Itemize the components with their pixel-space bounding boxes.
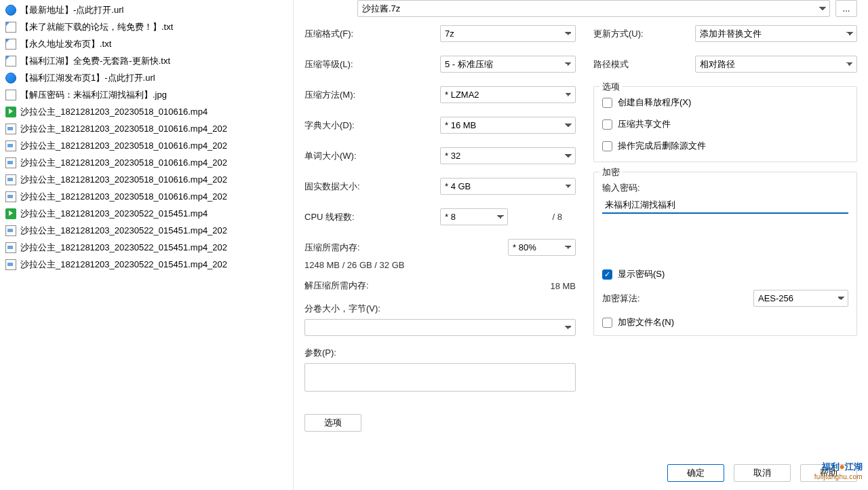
- delete-checkbox[interactable]: 操作完成后删除源文件: [602, 140, 848, 152]
- sfx-label: 创建自释放程序(X): [618, 96, 691, 109]
- dict-combo[interactable]: * 16 MB: [440, 117, 576, 134]
- method-label: 压缩方法(M):: [304, 89, 440, 101]
- left-column: 压缩格式(F):7z 压缩等级(L):5 - 标准压缩 压缩方法(M):* LZ…: [304, 25, 576, 432]
- part-icon: [5, 225, 16, 236]
- sfx-checkbox[interactable]: 创建自释放程序(X): [602, 96, 848, 109]
- file-name: 【福利江湖发布页1】-点此打开.url: [20, 72, 155, 84]
- file-name: 沙拉公主_1821281203_20230518_010616.mp4_202: [20, 174, 227, 186]
- decompmem-value: 18 MB: [376, 281, 576, 291]
- level-label: 压缩等级(L):: [304, 58, 440, 71]
- url-icon: [5, 73, 16, 83]
- format-combo[interactable]: 7z: [440, 25, 576, 42]
- file-item[interactable]: 【解压密码：来福利江湖找福利】.jpg: [0, 86, 293, 103]
- compmem-value: 1248 MB / 26 GB / 32 GB: [304, 260, 576, 270]
- file-list-pane: 【最新地址】-点此打开.url【来了就能下载的论坛，纯免费！】.txt【永久地址…: [0, 0, 293, 490]
- file-item[interactable]: 沙拉公主_1821281203_20230518_010616.mp4_202: [0, 171, 293, 188]
- file-name: 沙拉公主_1821281203_20230518_010616.mp4_202: [20, 123, 227, 135]
- part-icon: [5, 191, 16, 202]
- file-name: 沙拉公主_1821281203_20230518_010616.mp4_202: [20, 191, 227, 203]
- part-icon: [5, 242, 16, 253]
- compmem-pct-combo[interactable]: * 80%: [508, 239, 576, 256]
- file-item[interactable]: 沙拉公主_1821281203_20230518_010616.mp4_202: [0, 154, 293, 171]
- level-combo[interactable]: 5 - 标准压缩: [440, 56, 576, 73]
- file-item[interactable]: 沙拉公主_1821281203_20230518_010616.mp4_202: [0, 188, 293, 205]
- split-combo[interactable]: [304, 319, 576, 336]
- file-name: 【来了就能下载的论坛，纯免费！】.txt: [20, 21, 173, 33]
- file-item[interactable]: 沙拉公主_1821281203_20230522_015451.mp4_202: [0, 239, 293, 256]
- encrypt-group: 加密 输入密码: 显示密码(S) 加密算法:AES-256 加密文件名(N): [593, 172, 857, 336]
- file-item[interactable]: 沙拉公主_1821281203_20230518_010616.mp4_202: [0, 120, 293, 137]
- part-icon: [5, 259, 16, 270]
- options-button[interactable]: 选项: [304, 414, 361, 432]
- mp4-icon: [5, 107, 16, 117]
- split-label: 分卷大小，字节(V):: [304, 303, 387, 314]
- file-item[interactable]: 沙拉公主_1821281203_20230522_015451.mp4_202: [0, 256, 293, 273]
- file-item[interactable]: 沙拉公主_1821281203_20230522_015451.mp4_202: [0, 222, 293, 239]
- encrypt-title: 加密: [599, 166, 623, 178]
- file-item[interactable]: 沙拉公主_1821281203_20230522_015451.mp4: [0, 205, 293, 222]
- cpu-label: CPU 线程数:: [304, 211, 440, 223]
- right-column: 更新方式(U):添加并替换文件 路径模式相对路径 选项 创建自释放程序(X) 压…: [593, 25, 857, 432]
- solid-combo[interactable]: * 4 GB: [440, 178, 576, 195]
- mp4-icon: [5, 208, 16, 219]
- file-name: 沙拉公主_1821281203_20230522_015451.mp4: [20, 208, 208, 220]
- file-name: 沙拉公主_1821281203_20230518_010616.mp4_202: [20, 157, 227, 169]
- dialog-buttons: 确定 取消 帮助: [304, 456, 857, 482]
- compress-dialog: 沙拉酱.7z ... 压缩格式(F):7z 压缩等级(L):5 - 标准压缩 压…: [293, 0, 868, 490]
- update-combo[interactable]: 添加并替换文件: [695, 25, 857, 42]
- file-name: 【最新地址】-点此打开.url: [20, 4, 123, 16]
- help-button[interactable]: 帮助: [800, 464, 857, 482]
- encnames-label: 加密文件名(N): [618, 316, 674, 328]
- file-name: 沙拉公主_1821281203_20230522_015451.mp4_202: [20, 225, 227, 237]
- password-input[interactable]: [602, 197, 848, 214]
- decompmem-label: 解压缩所需内存:: [304, 280, 376, 292]
- showpwd-label: 显示密码(S): [618, 268, 665, 280]
- url-icon: [5, 5, 16, 16]
- compmem-label: 压缩所需内存:: [304, 242, 367, 254]
- file-item[interactable]: 【福利江湖】全免费-无套路-更新快.txt: [0, 52, 293, 69]
- options-title: 选项: [599, 81, 623, 93]
- file-name: 沙拉公主_1821281203_20230522_015451.mp4_202: [20, 259, 227, 271]
- txt-icon: [5, 22, 16, 33]
- param-label: 参数(P):: [304, 347, 343, 358]
- file-item[interactable]: 沙拉公主_1821281203_20230518_010616.mp4: [0, 103, 293, 120]
- password-label: 输入密码:: [602, 183, 647, 193]
- file-name: 【永久地址发布页】.txt: [20, 38, 111, 50]
- archive-name-combo[interactable]: 沙拉酱.7z: [357, 0, 830, 17]
- part-icon: [5, 157, 16, 168]
- ok-button[interactable]: 确定: [667, 464, 724, 482]
- file-item[interactable]: 【来了就能下载的论坛，纯免费！】.txt: [0, 18, 293, 35]
- share-checkbox[interactable]: 压缩共享文件: [602, 118, 848, 130]
- method-combo[interactable]: * LZMA2: [440, 86, 576, 103]
- word-combo[interactable]: * 32: [440, 147, 576, 164]
- showpwd-checkbox[interactable]: 显示密码(S): [602, 268, 848, 280]
- file-item[interactable]: 【最新地址】-点此打开.url: [0, 1, 293, 18]
- share-label: 压缩共享文件: [618, 118, 671, 130]
- file-item[interactable]: 【永久地址发布页】.txt: [0, 35, 293, 52]
- txt-icon: [5, 39, 16, 50]
- file-name: 【解压密码：来福利江湖找福利】.jpg: [20, 89, 167, 101]
- path-label: 路径模式: [593, 58, 695, 71]
- word-label: 单词大小(W):: [304, 150, 440, 162]
- cancel-button[interactable]: 取消: [734, 464, 791, 482]
- file-name: 沙拉公主_1821281203_20230522_015451.mp4_202: [20, 242, 227, 254]
- file-item[interactable]: 【福利江湖发布页1】-点此打开.url: [0, 69, 293, 86]
- file-name: 沙拉公主_1821281203_20230518_010616.mp4: [20, 106, 208, 118]
- file-item[interactable]: 沙拉公主_1821281203_20230518_010616.mp4_202: [0, 137, 293, 154]
- part-icon: [5, 124, 16, 134]
- path-combo[interactable]: 相对路径: [695, 56, 857, 73]
- param-input[interactable]: [304, 363, 576, 392]
- browse-button[interactable]: ...: [835, 0, 857, 17]
- format-label: 压缩格式(F):: [304, 28, 440, 40]
- alg-combo[interactable]: AES-256: [753, 290, 848, 307]
- alg-label: 加密算法:: [602, 293, 647, 305]
- file-name: 【福利江湖】全免费-无套路-更新快.txt: [20, 55, 170, 67]
- cpu-total: / 8: [508, 212, 562, 222]
- delete-label: 操作完成后删除源文件: [618, 140, 706, 152]
- encnames-checkbox[interactable]: 加密文件名(N): [602, 316, 848, 328]
- txt-icon: [5, 56, 16, 67]
- solid-label: 固实数据大小:: [304, 181, 440, 193]
- cpu-combo[interactable]: * 8: [440, 208, 508, 225]
- jpg-icon: [5, 90, 16, 100]
- part-icon: [5, 174, 16, 185]
